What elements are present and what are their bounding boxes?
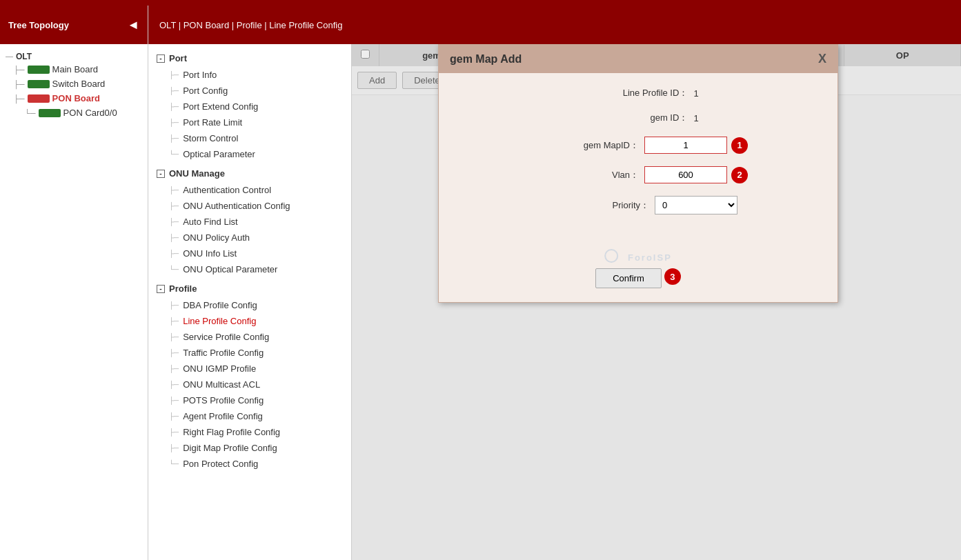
nav-item-pon-protect[interactable]: └─ Pon Protect Config — [148, 456, 351, 472]
tree-connector-olt: — — [6, 52, 13, 60]
connector-port-rate: ├─ — [169, 119, 179, 126]
nav-item-agent-profile[interactable]: ├─ Agent Profile Config — [148, 408, 351, 424]
profile-section-icon: - — [157, 285, 165, 293]
onu-multicast-label: ONU Multicast ACL — [183, 379, 260, 390]
connector-port-config: ├─ — [169, 87, 179, 94]
nav-item-port-extend-config[interactable]: ├─ Port Extend Config — [148, 99, 351, 114]
modal-footer: Confirm 3 — [439, 268, 838, 302]
modal-row-gem-id: gem ID： 1 — [459, 112, 817, 124]
modal-row-gem-mapid: gem MapID： 1 — [459, 137, 817, 154]
nav-item-optical-parameter[interactable]: └─ Optical Parameter — [148, 146, 351, 162]
sidebar-title-text: Tree Topology — [8, 20, 69, 30]
watermark-text: ForoISP — [628, 252, 672, 263]
data-panel-wrapper: gem ID gem MapID Vlan Priority OP Add De… — [352, 44, 961, 560]
nav-item-port-rate-limit[interactable]: ├─ Port Rate Limit — [148, 114, 351, 130]
nav-item-auth-control[interactable]: ├─ Authentication Control — [148, 182, 351, 198]
confirm-button[interactable]: Confirm — [595, 268, 662, 288]
nav-item-onu-igmp[interactable]: ├─ ONU IGMP Profile — [148, 361, 351, 377]
sidebar-collapse-arrow[interactable]: ◄ — [127, 18, 139, 32]
pon-board-label: PON Board — [52, 93, 100, 103]
nav-item-dba-profile[interactable]: ├─ DBA Profile Config — [148, 297, 351, 313]
digit-map-label: Digit Map Profile Config — [183, 443, 277, 453]
connector-pots: ├─ — [169, 397, 179, 404]
connector-port-info: ├─ — [169, 71, 179, 79]
tree-connector-main: ├─ — [14, 66, 25, 74]
onu-optical-label: ONU Optical Parameter — [183, 264, 277, 274]
nav-item-storm-control[interactable]: ├─ Storm Control — [148, 130, 351, 146]
tree-item-main-board[interactable]: ├─ Main Board — [3, 62, 145, 77]
pots-profile-label: POTS Profile Config — [183, 395, 264, 406]
nav-section-profile-header[interactable]: - Profile — [148, 280, 351, 297]
tree-item-switch-board[interactable]: ├─ Switch Board — [3, 77, 145, 91]
connector-onu-auth: ├─ — [169, 202, 179, 210]
nav-section-port: - Port ├─ Port Info ├─ Port Config ├─ Po… — [148, 50, 351, 162]
sidebar: Tree Topology ◄ — OLT ├─ Main Board ├─ S… — [0, 6, 148, 560]
nav-item-traffic-profile[interactable]: ├─ Traffic Profile Config — [148, 345, 351, 361]
nav-item-line-profile[interactable]: ├─ Line Profile Config — [148, 313, 351, 329]
tree-item-pon-card[interactable]: └─ PON Card0/0 — [3, 106, 145, 120]
connector-right-flag: ├─ — [169, 428, 179, 436]
connector-line-profile: ├─ — [169, 317, 179, 325]
select-all-checkbox[interactable] — [361, 50, 370, 59]
confirm-label: Confirm — [613, 273, 644, 283]
modal-overlay: gem Map Add X Line Profile ID： 1 ge — [352, 44, 961, 560]
content-area: OLT | PON Board | Profile | Line Profile… — [148, 6, 961, 560]
connector-agent: ├─ — [169, 412, 179, 420]
header-checkbox-cell — [352, 44, 379, 66]
gem-mapid-input[interactable] — [644, 137, 727, 154]
connector-policy-auth: ├─ — [169, 234, 179, 241]
line-profile-id-value: 1 — [693, 88, 698, 99]
header-op: OP — [844, 45, 961, 66]
port-info-label: Port Info — [183, 70, 217, 80]
gem-mapid-label: gem MapID： — [528, 139, 639, 152]
onu-section-icon: - — [157, 170, 165, 178]
onu-igmp-label: ONU IGMP Profile — [183, 363, 256, 374]
nav-item-onu-info-list[interactable]: ├─ ONU Info List — [148, 246, 351, 261]
tree-item-pon-board[interactable]: ├─ PON Board — [3, 91, 145, 106]
pon-card-icon — [39, 109, 61, 117]
connector-onu-optical: └─ — [169, 266, 179, 273]
nav-item-onu-optical-param[interactable]: └─ ONU Optical Parameter — [148, 261, 351, 277]
gem-map-add-modal: gem Map Add X Line Profile ID： 1 ge — [438, 44, 838, 303]
connector-digit-map: ├─ — [169, 444, 179, 452]
watermark-area: ForoISP — [439, 241, 838, 268]
priority-label: Priority： — [539, 199, 649, 212]
connector-info-list: ├─ — [169, 250, 179, 257]
nav-panel: - Port ├─ Port Info ├─ Port Config ├─ Po… — [148, 44, 352, 560]
optical-param-label: Optical Parameter — [183, 149, 255, 159]
content-body: - Port ├─ Port Info ├─ Port Config ├─ Po… — [148, 44, 961, 560]
vlan-input[interactable] — [644, 166, 727, 183]
nav-item-onu-policy-auth[interactable]: ├─ ONU Policy Auth — [148, 230, 351, 246]
nav-section-profile: - Profile ├─ DBA Profile Config ├─ Line … — [148, 280, 351, 472]
main-board-label: Main Board — [52, 64, 98, 74]
nav-item-port-config[interactable]: ├─ Port Config — [148, 83, 351, 99]
connector-service-profile: ├─ — [169, 333, 179, 341]
nav-section-onu-manage: - ONU Manage ├─ Authentication Control ├… — [148, 165, 351, 277]
port-extend-label: Port Extend Config — [183, 101, 258, 112]
tree-connector-switch: ├─ — [14, 80, 25, 88]
nav-item-service-profile[interactable]: ├─ Service Profile Config — [148, 329, 351, 345]
nav-section-onu-header[interactable]: - ONU Manage — [148, 165, 351, 182]
nav-item-onu-auth-config[interactable]: ├─ ONU Authentication Config — [148, 198, 351, 214]
add-button[interactable]: Add — [357, 72, 397, 89]
nav-item-pots-profile[interactable]: ├─ POTS Profile Config — [148, 392, 351, 408]
switch-board-label: Switch Board — [52, 79, 106, 89]
nav-item-port-info[interactable]: ├─ Port Info — [148, 67, 351, 83]
connector-port-extend: ├─ — [169, 103, 179, 110]
modal-header: gem Map Add X — [439, 45, 838, 73]
sidebar-title-bar: Tree Topology ◄ — [0, 6, 148, 44]
tree-item-olt[interactable]: — OLT — [3, 50, 145, 62]
nav-section-port-header[interactable]: - Port — [148, 50, 351, 67]
agent-profile-label: Agent Profile Config — [183, 411, 263, 421]
gem-id-value: 1 — [693, 113, 698, 123]
pon-protect-label: Pon Protect Config — [183, 459, 258, 469]
nav-item-right-flag[interactable]: ├─ Right Flag Profile Config — [148, 424, 351, 440]
step-badge-3: 3 — [664, 268, 681, 285]
nav-item-onu-multicast[interactable]: ├─ ONU Multicast ACL — [148, 377, 351, 392]
watermark: ForoISP — [604, 243, 672, 266]
priority-select[interactable]: 0 1 2 3 4 5 6 7 — [655, 196, 737, 214]
nav-item-digit-map[interactable]: ├─ Digit Map Profile Config — [148, 440, 351, 456]
modal-close-button[interactable]: X — [818, 52, 826, 66]
nav-item-auto-find[interactable]: ├─ Auto Find List — [148, 214, 351, 230]
traffic-profile-label: Traffic Profile Config — [183, 348, 264, 358]
